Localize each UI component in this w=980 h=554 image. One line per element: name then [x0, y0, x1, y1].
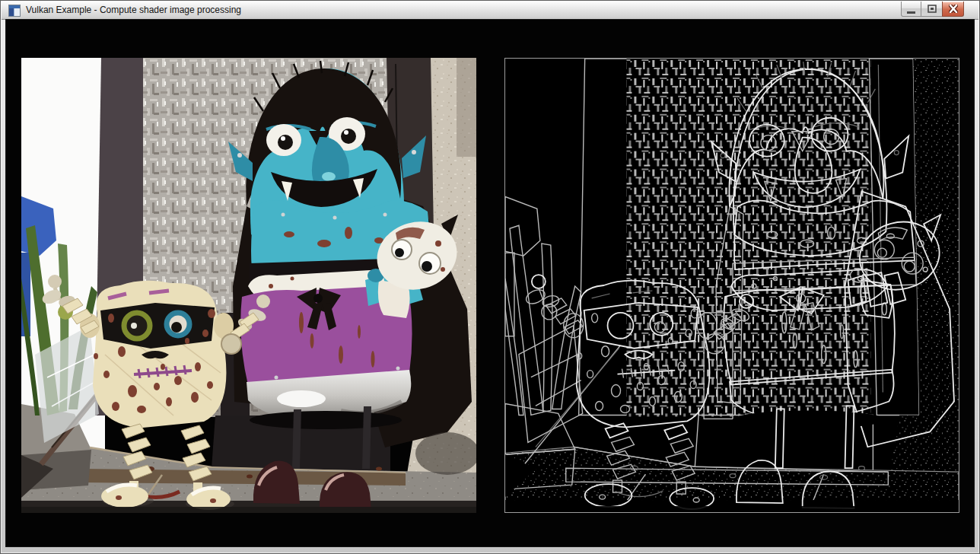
- window-controls: [901, 2, 964, 17]
- monster-scene: [21, 58, 476, 513]
- app-icon: [8, 5, 21, 17]
- render-area: [5, 19, 975, 547]
- maximize-icon: [928, 5, 937, 13]
- maximize-button[interactable]: [921, 2, 942, 17]
- close-button[interactable]: [942, 2, 964, 17]
- original-image-pane: [21, 58, 476, 513]
- edge-detected-image: [505, 59, 959, 512]
- minimize-button[interactable]: [901, 2, 921, 17]
- original-image: [21, 58, 476, 513]
- app-window: Vulkan Example - Compute shader image pr…: [0, 0, 980, 554]
- minimize-icon: [907, 11, 915, 14]
- close-icon: [949, 5, 958, 13]
- window-title: Vulkan Example - Compute shader image pr…: [26, 5, 241, 15]
- titlebar[interactable]: Vulkan Example - Compute shader image pr…: [2, 2, 978, 20]
- edge-image-pane: [504, 58, 959, 513]
